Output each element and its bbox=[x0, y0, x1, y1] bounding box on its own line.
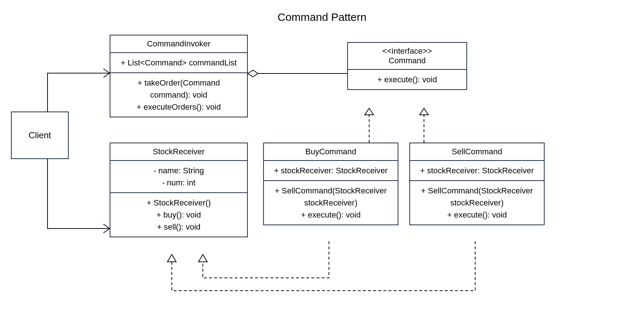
diagram-title: Command Pattern bbox=[0, 11, 644, 23]
stock-receiver-attrs: - name: String - num: int bbox=[110, 160, 247, 192]
stock-receiver-op2: + buy(): void bbox=[115, 209, 242, 221]
command-op1: + execute(): void bbox=[353, 73, 461, 86]
buy-command-attrs: + stockReceiver: StockReceiver bbox=[264, 160, 398, 180]
command-name-section: <<interface>> Command bbox=[348, 43, 466, 69]
diagram-canvas: Command Pattern Client CommandInvoker + … bbox=[0, 0, 644, 332]
sell-command-attr1: + stockReceiver: StockReceiver bbox=[415, 165, 539, 177]
class-buy-command: BuyCommand + stockReceiver: StockReceive… bbox=[263, 143, 398, 225]
sell-command-ops: + SellCommand(StockReceiver stockReceive… bbox=[410, 180, 544, 225]
class-sell-command: SellCommand + stockReceiver: StockReceiv… bbox=[409, 143, 545, 225]
dependency-buy-stock bbox=[203, 241, 329, 278]
command-invoker-name: CommandInvoker bbox=[110, 35, 247, 52]
buy-command-op1: + SellCommand(StockReceiver bbox=[269, 185, 393, 197]
class-command: <<interface>> Command + execute(): void bbox=[347, 42, 467, 90]
dependency-buy-stock-arrowhead bbox=[198, 254, 207, 262]
class-client-name: Client bbox=[29, 130, 51, 140]
assoc-client-invoker bbox=[48, 69, 110, 112]
command-invoker-op1b: command): void bbox=[115, 89, 242, 101]
sell-command-op1b: stockReceiver) bbox=[415, 197, 539, 209]
class-client: Client bbox=[11, 112, 69, 159]
assoc-client-stockreceiver bbox=[48, 159, 110, 233]
command-invoker-attr1: + List<Command> commandList bbox=[115, 57, 242, 69]
command-invoker-ops: + takeOrder(Command command): void + exe… bbox=[110, 72, 247, 117]
stock-receiver-attr2: - num: int bbox=[115, 177, 242, 189]
command-invoker-op1: + takeOrder(Command bbox=[115, 77, 242, 89]
command-invoker-attrs: + List<Command> commandList bbox=[110, 52, 247, 72]
stock-receiver-ops: + StockReceiver() + buy(): void + sell()… bbox=[110, 192, 247, 237]
command-invoker-op2: + executeOrders(): void bbox=[115, 101, 242, 113]
buy-command-attr1: + stockReceiver: StockReceiver bbox=[269, 165, 393, 177]
class-stock-receiver: StockReceiver - name: String - num: int … bbox=[110, 143, 248, 237]
command-name: Command bbox=[353, 56, 461, 65]
command-stereotype: <<interface>> bbox=[353, 46, 461, 56]
realization-sellcommand-arrowhead bbox=[420, 108, 428, 115]
buy-command-name: BuyCommand bbox=[264, 143, 398, 160]
realization-buycommand-arrowhead bbox=[365, 108, 374, 115]
stock-receiver-name: StockReceiver bbox=[110, 143, 247, 160]
sell-command-op2: + execute(): void bbox=[415, 209, 539, 221]
stock-receiver-op1: + StockReceiver() bbox=[115, 197, 242, 209]
buy-command-ops: + SellCommand(StockReceiver stockReceive… bbox=[264, 180, 398, 225]
aggregation-invoker-command bbox=[248, 70, 347, 77]
command-ops: + execute(): void bbox=[348, 69, 466, 89]
stock-receiver-op3: + sell(): void bbox=[115, 221, 242, 233]
buy-command-op2: + execute(): void bbox=[269, 209, 393, 221]
sell-command-name: SellCommand bbox=[410, 143, 544, 160]
stock-receiver-attr1: - name: String bbox=[115, 165, 242, 177]
sell-command-attrs: + stockReceiver: StockReceiver bbox=[410, 160, 544, 180]
dependency-sell-stock-arrowhead bbox=[167, 254, 176, 262]
buy-command-op1b: stockReceiver) bbox=[269, 197, 393, 209]
sell-command-op1: + SellCommand(StockReceiver bbox=[415, 185, 539, 197]
class-command-invoker: CommandInvoker + List<Command> commandLi… bbox=[110, 35, 248, 117]
dependency-sell-stock bbox=[172, 241, 475, 291]
